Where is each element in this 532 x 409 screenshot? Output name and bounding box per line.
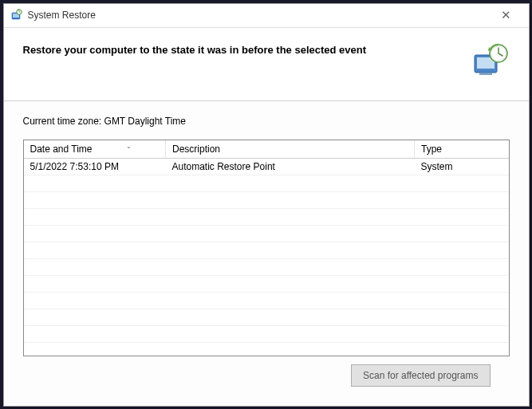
table-row: . <box>24 191 509 208</box>
table-row: . <box>24 258 509 275</box>
cell-date: 5/1/2022 7:53:10 PM <box>24 158 166 175</box>
restore-points-table[interactable]: Date and Time ⌄ Description Type 5/1/202… <box>23 140 510 356</box>
table-row: . <box>24 325 509 342</box>
restore-icon <box>471 42 510 81</box>
table-row: . <box>24 242 509 258</box>
system-restore-dialog: System Restore ✕ Restore your computer t… <box>3 3 530 407</box>
close-icon[interactable]: ✕ <box>491 8 522 22</box>
column-header-date[interactable]: Date and Time ⌄ <box>24 140 166 159</box>
table-row: . <box>24 309 509 325</box>
app-icon <box>10 9 23 22</box>
titlebar: System Restore ✕ <box>4 4 529 28</box>
sort-indicator-icon: ⌄ <box>126 143 132 150</box>
dialog-footer: Scan for affected programs <box>23 356 510 401</box>
table-header-row: Date and Time ⌄ Description Type <box>24 140 509 159</box>
table-row: . <box>24 292 509 309</box>
cell-description: Automatic Restore Point <box>166 158 415 175</box>
column-header-date-label: Date and Time <box>30 144 93 155</box>
table-row[interactable]: 5/1/2022 7:53:10 PM Automatic Restore Po… <box>24 158 509 175</box>
column-header-type[interactable]: Type <box>415 140 509 159</box>
scan-affected-programs-button[interactable]: Scan for affected programs <box>351 364 491 387</box>
dialog-body: Current time zone: GMT Daylight Time Dat… <box>4 101 529 406</box>
headline-text: Restore your computer to the state it wa… <box>23 42 462 56</box>
timezone-label: Current time zone: GMT Daylight Time <box>23 116 510 127</box>
column-header-description[interactable]: Description <box>166 140 415 159</box>
dialog-header: Restore your computer to the state it wa… <box>4 28 529 101</box>
cell-type: System <box>415 158 509 175</box>
table-row: . <box>24 275 509 292</box>
table-row: . <box>24 225 509 242</box>
window-title: System Restore <box>28 10 491 21</box>
table-row: . <box>24 175 509 191</box>
table-row: . <box>24 208 509 225</box>
svg-rect-5 <box>479 73 492 75</box>
